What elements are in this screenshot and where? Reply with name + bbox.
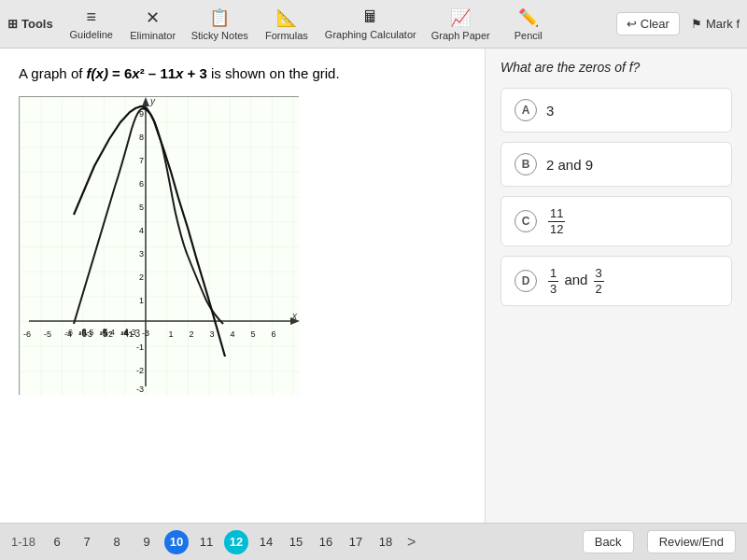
option-c-circle: C	[514, 210, 537, 232]
svg-text:-3: -3	[142, 329, 149, 338]
left-panel: A graph of f(x) = 6x² – 11x + 3 is shown…	[0, 49, 486, 523]
answer-option-a[interactable]: A 3	[500, 88, 732, 133]
nav-num-16[interactable]: 16	[314, 530, 338, 554]
svg-text:-2: -2	[106, 329, 113, 339]
nav-forward-arrow[interactable]: >	[403, 534, 419, 551]
svg-text:2: 2	[189, 329, 193, 339]
graph-container: -6 -5 -4 -3 -6 -5 -4 -6 -5 -4	[19, 96, 299, 395]
nav-num-10[interactable]: 10	[164, 530, 189, 554]
back-button[interactable]: Back	[583, 530, 634, 553]
toolbar: ⊞ Tools ≡ Guideline ✕ Eliminator 📋 Stick…	[0, 0, 747, 49]
option-b-text: 2 and 9	[546, 157, 593, 173]
range-label: 1-18	[11, 535, 35, 549]
answer-option-d[interactable]: D 1 3 and 3 2	[500, 256, 732, 306]
svg-text:-2: -2	[136, 366, 144, 375]
nav-num-8[interactable]: 8	[105, 530, 129, 554]
nav-num-6[interactable]: 6	[45, 530, 69, 554]
tools-button[interactable]: ⊞ Tools	[7, 17, 53, 31]
flag-icon: ⚑	[691, 17, 702, 31]
fraction-d1: 1 3	[548, 266, 558, 296]
svg-text:-1: -1	[136, 343, 144, 352]
svg-text:4: 4	[230, 329, 234, 339]
svg-text:-1: -1	[126, 329, 134, 339]
option-d-text: 1 3 and 3 2	[546, 266, 606, 296]
formulas-icon: 📐	[276, 7, 297, 28]
option-c-text: 11 12	[546, 206, 567, 236]
pencil-button[interactable]: ✏️ Pencil	[505, 7, 552, 41]
nav-num-12[interactable]: 12	[224, 530, 248, 554]
svg-text:2: 2	[139, 273, 144, 282]
svg-text:6: 6	[139, 179, 144, 189]
graph-paper-button[interactable]: 📈 Graph Paper	[431, 7, 490, 41]
function-label: f(x)	[87, 65, 108, 81]
nav-num-15[interactable]: 15	[284, 530, 308, 554]
nav-num-7[interactable]: 7	[75, 530, 99, 554]
formulas-button[interactable]: 📐 Formulas	[263, 7, 310, 41]
top-right-controls: ↩ Clear ⚑ Mark f	[616, 12, 740, 35]
answer-option-c[interactable]: C 11 12	[500, 196, 732, 246]
svg-text:-6: -6	[23, 329, 31, 339]
review-end-button[interactable]: Review/End	[647, 530, 736, 553]
graphing-calculator-button[interactable]: 🖩 Graphing Calculator	[325, 7, 416, 40]
graph-svg: -6 -5 -4 -3 -6 -5 -4 -6 -5 -4	[20, 97, 300, 396]
clear-icon: ↩	[627, 17, 637, 31]
clear-button[interactable]: ↩ Clear	[616, 12, 680, 35]
right-panel: What are the zeros of f? A 3 B 2 and 9 C…	[486, 49, 747, 523]
fraction-c: 11 12	[548, 206, 565, 236]
equation: = 6x² – 11x + 3	[112, 65, 207, 81]
mark-button[interactable]: ⚑ Mark f	[691, 17, 740, 31]
right-question-text: What are the zeros of f?	[500, 60, 732, 75]
graph-paper-icon: 📈	[450, 7, 471, 28]
eliminator-icon: ✕	[146, 7, 160, 28]
svg-rect-1	[20, 97, 300, 396]
tools-icon: ⊞	[7, 17, 18, 31]
and-label: and	[564, 272, 591, 287]
svg-text:6: 6	[271, 329, 275, 339]
option-a-text: 3	[546, 103, 554, 119]
pencil-icon: ✏️	[518, 7, 539, 28]
sticky-notes-button[interactable]: 📋 Sticky Notes	[191, 7, 248, 41]
sticky-notes-icon: 📋	[209, 7, 230, 28]
svg-text:3: 3	[139, 249, 144, 259]
option-a-circle: A	[514, 99, 537, 121]
guideline-icon: ≡	[86, 7, 96, 27]
graphing-calculator-icon: 🖩	[362, 7, 379, 27]
svg-text:-3: -3	[136, 385, 144, 394]
nav-num-11[interactable]: 11	[194, 530, 218, 554]
svg-text:3: 3	[209, 329, 214, 339]
svg-text:5: 5	[139, 203, 144, 212]
svg-text:8: 8	[139, 133, 144, 142]
svg-text:7: 7	[139, 156, 144, 165]
svg-text:1: 1	[139, 296, 144, 305]
svg-text:4: 4	[139, 226, 144, 235]
option-b-circle: B	[514, 153, 537, 175]
svg-text:y: y	[149, 97, 156, 106]
nav-num-18[interactable]: 18	[374, 530, 398, 554]
svg-text:-5: -5	[44, 329, 51, 339]
svg-text:1: 1	[168, 329, 173, 339]
main-content: A graph of f(x) = 6x² – 11x + 3 is shown…	[0, 49, 747, 523]
nav-num-17[interactable]: 17	[344, 530, 368, 554]
svg-text:5: 5	[250, 329, 255, 339]
answer-option-b[interactable]: B 2 and 9	[500, 142, 732, 187]
nav-num-14[interactable]: 14	[254, 530, 278, 554]
fraction-d2: 3 2	[594, 266, 604, 296]
nav-num-9[interactable]: 9	[134, 530, 159, 554]
svg-text:-4: -4	[64, 329, 72, 339]
svg-text:x: x	[291, 311, 298, 321]
eliminator-button[interactable]: ✕ Eliminator	[130, 7, 176, 41]
bottom-navigation: 1-18 6 7 8 9 10 11 12 14 15 16 17 18 > B…	[0, 523, 747, 560]
question-statement: A graph of f(x) = 6x² – 11x + 3 is shown…	[19, 63, 466, 83]
svg-text:-3: -3	[85, 329, 92, 339]
option-d-circle: D	[514, 270, 537, 292]
guideline-button[interactable]: ≡ Guideline	[68, 7, 115, 40]
